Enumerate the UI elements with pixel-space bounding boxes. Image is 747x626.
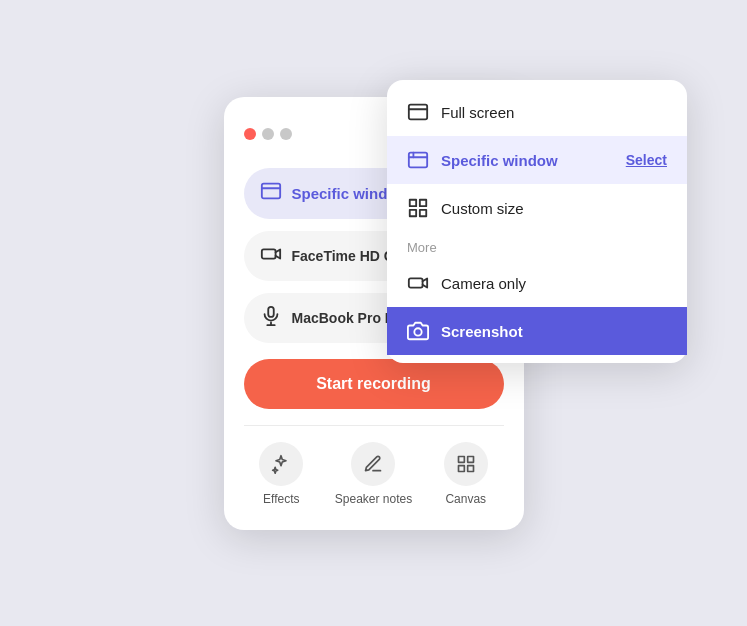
svg-rect-15 [409, 153, 427, 168]
effects-icon [259, 442, 303, 486]
custom-size-label: Custom size [441, 200, 667, 217]
svg-rect-10 [467, 456, 473, 462]
canvas-item[interactable]: Canvas [444, 442, 488, 506]
close-button[interactable] [244, 128, 256, 140]
specific-window-dropdown-label: Specific window [441, 152, 614, 169]
effects-item[interactable]: Effects [259, 442, 303, 506]
maximize-button[interactable] [280, 128, 292, 140]
speaker-notes-item[interactable]: Speaker notes [335, 442, 412, 506]
svg-rect-11 [467, 465, 473, 471]
window-icon [260, 180, 282, 207]
speaker-notes-label: Speaker notes [335, 492, 412, 506]
svg-point-23 [414, 328, 421, 335]
dropdown-item-screenshot[interactable]: Screenshot [387, 307, 687, 355]
dropdown-item-full-screen[interactable]: Full screen [387, 88, 687, 136]
svg-rect-21 [420, 210, 426, 216]
effects-label: Effects [263, 492, 299, 506]
traffic-lights [244, 128, 292, 140]
speaker-notes-icon [351, 442, 395, 486]
svg-rect-19 [420, 200, 426, 206]
camera-only-label: Camera only [441, 275, 667, 292]
screenshot-label: Screenshot [441, 323, 667, 340]
svg-rect-6 [268, 306, 274, 316]
svg-rect-5 [261, 249, 275, 258]
start-recording-button[interactable]: Start recording [244, 359, 504, 409]
svg-rect-12 [458, 465, 464, 471]
screenshot-icon [407, 320, 429, 342]
svg-rect-13 [409, 105, 427, 120]
camera-only-icon [407, 272, 429, 294]
select-link[interactable]: Select [626, 152, 667, 168]
canvas-label: Canvas [445, 492, 486, 506]
canvas-icon [444, 442, 488, 486]
full-screen-icon [407, 101, 429, 123]
camera-icon [260, 243, 282, 269]
svg-rect-20 [410, 210, 416, 216]
dropdown-item-camera-only[interactable]: Camera only [387, 259, 687, 307]
dropdown-item-custom-size[interactable]: Custom size [387, 184, 687, 232]
svg-rect-9 [458, 456, 464, 462]
dropdown-panel: Full screen Specific window Select Custo… [387, 80, 687, 363]
dropdown-item-specific-window[interactable]: Specific window Select [387, 136, 687, 184]
bottom-icons: Effects Speaker notes Canvas [244, 442, 504, 506]
svg-rect-3 [261, 183, 279, 198]
minimize-button[interactable] [262, 128, 274, 140]
full-screen-label: Full screen [441, 104, 667, 121]
more-section-label: More [387, 232, 687, 259]
svg-rect-18 [410, 200, 416, 206]
mic-icon [260, 305, 282, 331]
specific-window-dropdown-icon [407, 149, 429, 171]
svg-rect-22 [409, 278, 423, 287]
custom-size-icon [407, 197, 429, 219]
divider [244, 425, 504, 426]
